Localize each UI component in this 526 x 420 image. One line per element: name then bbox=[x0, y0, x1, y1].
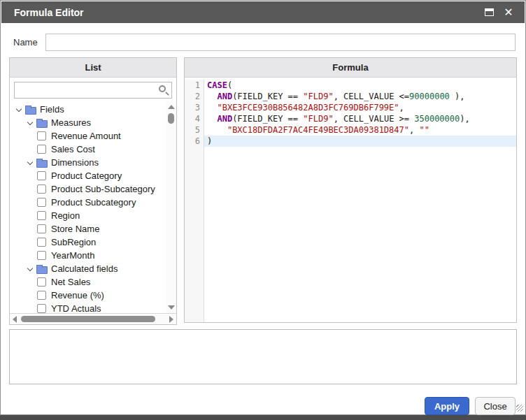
line-number: 2 bbox=[185, 91, 200, 102]
maximize-icon bbox=[485, 8, 494, 16]
tree-item-product-category[interactable]: Product Category bbox=[10, 169, 166, 182]
checkbox[interactable] bbox=[37, 291, 46, 300]
maximize-button[interactable] bbox=[481, 5, 497, 20]
tree-item-yearmonth[interactable]: YearMonth bbox=[10, 249, 166, 262]
checkbox[interactable] bbox=[37, 171, 46, 180]
checkbox[interactable] bbox=[37, 224, 46, 233]
close-dialog-button[interactable]: Close bbox=[475, 397, 516, 415]
tree-item-subregion[interactable]: SubRegion bbox=[10, 236, 166, 249]
tree-item-net-sales[interactable]: Net Sales bbox=[10, 275, 166, 289]
code-line[interactable]: "BXC18DFDA2F7AC4FE49BEC3DA09381D847", "" bbox=[207, 124, 516, 136]
main-panels: List FieldsMeasuresRevenue AmountSales C… bbox=[1, 57, 525, 325]
chevron-down-icon[interactable] bbox=[26, 264, 36, 274]
chevron-down-icon[interactable] bbox=[26, 158, 36, 168]
search-input[interactable] bbox=[14, 82, 172, 99]
scroll-up-icon[interactable] bbox=[168, 105, 175, 109]
checkbox[interactable] bbox=[37, 131, 46, 140]
checkbox[interactable] bbox=[37, 211, 46, 220]
formula-editor-dialog: Formula Editor ✕ Name List FieldsM bbox=[0, 0, 526, 415]
titlebar[interactable]: Formula Editor ✕ bbox=[1, 1, 525, 23]
name-row: Name bbox=[1, 24, 525, 57]
folder-icon bbox=[36, 266, 48, 274]
tree-item-revenue-[interactable]: Revenue (%) bbox=[10, 289, 166, 302]
tree-item-revenue-amount[interactable]: Revenue Amount bbox=[10, 129, 166, 143]
checkbox[interactable] bbox=[37, 277, 46, 287]
chevron-down-icon[interactable] bbox=[15, 105, 24, 115]
checkbox[interactable] bbox=[37, 184, 46, 194]
search-icon[interactable] bbox=[159, 85, 168, 94]
tree-item-label: Calculated fields bbox=[51, 263, 118, 274]
tree-item-store-name[interactable]: Store Name bbox=[10, 222, 166, 236]
list-panel-header: List bbox=[10, 58, 176, 78]
tree-item-label: Net Sales bbox=[51, 277, 90, 287]
close-icon: ✕ bbox=[504, 7, 513, 18]
tree-item-measures[interactable]: Measures bbox=[10, 116, 166, 129]
background-strip bbox=[0, 416, 526, 420]
formula-code-editor[interactable]: 123456 CASE( AND(FIELD_KEY == "FLD9", CE… bbox=[185, 78, 516, 322]
tree-item-label: Product Sub-Subcategory bbox=[51, 184, 155, 194]
checkbox[interactable] bbox=[37, 238, 46, 247]
field-tree: FieldsMeasuresRevenue AmountSales CostDi… bbox=[10, 103, 166, 313]
apply-button[interactable]: Apply bbox=[425, 397, 469, 415]
line-number: 1 bbox=[185, 80, 200, 91]
name-label: Name bbox=[13, 37, 38, 48]
folder-icon bbox=[25, 107, 36, 115]
tree-item-label: Fields bbox=[40, 104, 64, 115]
tree-item-product-subcategory[interactable]: Product Subcategory bbox=[10, 196, 166, 209]
horizontal-scrollbar-thumb[interactable] bbox=[21, 316, 155, 322]
scroll-down-icon[interactable] bbox=[168, 305, 175, 310]
vertical-scrollbar-thumb[interactable] bbox=[168, 113, 174, 124]
tree-item-label: YearMonth bbox=[51, 250, 94, 261]
dialog-title: Formula Editor bbox=[14, 7, 84, 18]
tree-item-region[interactable]: Region bbox=[10, 209, 166, 222]
tree-item-label: Store Name bbox=[51, 224, 99, 234]
code-line-active[interactable]: ) bbox=[204, 136, 516, 147]
code-lines[interactable]: CASE( AND(FIELD_KEY == "FLD9", CELL_VALU… bbox=[204, 80, 516, 322]
line-number-gutter: 123456 bbox=[185, 80, 204, 322]
tree-item-sales-cost[interactable]: Sales Cost bbox=[10, 143, 166, 156]
tree-item-label: YTD Actuals bbox=[51, 303, 101, 313]
tree-item-label: Product Subcategory bbox=[51, 197, 136, 208]
checkbox[interactable] bbox=[37, 198, 46, 207]
code-line[interactable]: "BXE3FCE930B856482A8D3FC769DB6F799E", bbox=[207, 102, 516, 113]
line-number: 3 bbox=[185, 102, 200, 113]
folder-icon bbox=[36, 160, 48, 168]
formula-panel-header: Formula bbox=[185, 58, 516, 78]
tree-item-label: Measures bbox=[51, 117, 91, 128]
scroll-right-icon[interactable] bbox=[169, 316, 173, 323]
description-wrap bbox=[1, 325, 525, 387]
checkbox[interactable] bbox=[37, 251, 46, 260]
footer: Apply Close bbox=[1, 387, 525, 415]
code-line[interactable]: AND(FIELD_KEY == "FLD9", CELL_VALUE >= 3… bbox=[207, 113, 516, 124]
chevron-down-icon[interactable] bbox=[26, 118, 36, 128]
search-wrap bbox=[10, 78, 176, 101]
close-button[interactable]: ✕ bbox=[501, 5, 516, 20]
horizontal-scrollbar[interactable] bbox=[10, 313, 176, 324]
tree-item-ytd-actuals[interactable]: YTD Actuals bbox=[10, 302, 166, 313]
line-number: 6 bbox=[185, 136, 200, 147]
formula-panel: Formula 123456 CASE( AND(FIELD_KEY == "F… bbox=[184, 57, 517, 323]
folder-icon bbox=[36, 120, 48, 128]
tree-item-label: SubRegion bbox=[51, 237, 96, 247]
tree-item-calculated-fields[interactable]: Calculated fields bbox=[10, 262, 166, 275]
checkbox[interactable] bbox=[37, 145, 46, 154]
tree-item-label: Dimensions bbox=[51, 157, 99, 168]
name-input[interactable] bbox=[45, 34, 516, 51]
description-textarea[interactable] bbox=[9, 329, 517, 384]
line-number: 5 bbox=[185, 124, 200, 136]
tree-item-label: Region bbox=[51, 210, 80, 221]
list-panel: List FieldsMeasuresRevenue AmountSales C… bbox=[9, 57, 177, 325]
tree-area: FieldsMeasuresRevenue AmountSales CostDi… bbox=[10, 101, 176, 313]
resize-grip[interactable] bbox=[516, 405, 523, 412]
scroll-left-icon[interactable] bbox=[13, 316, 17, 323]
code-line[interactable]: CASE( bbox=[207, 80, 516, 91]
line-number: 4 bbox=[185, 113, 200, 124]
tree-item-label: Sales Cost bbox=[51, 144, 95, 154]
tree-item-label: Revenue Amount bbox=[51, 131, 121, 141]
tree-item-dimensions[interactable]: Dimensions bbox=[10, 156, 166, 169]
checkbox[interactable] bbox=[37, 304, 46, 313]
tree-item-fields[interactable]: Fields bbox=[10, 103, 166, 116]
tree-item-product-sub-subcategory[interactable]: Product Sub-Subcategory bbox=[10, 182, 166, 196]
code-line[interactable]: AND(FIELD_KEY == "FLD9", CELL_VALUE <=90… bbox=[207, 91, 516, 102]
vertical-scrollbar[interactable] bbox=[166, 101, 176, 313]
